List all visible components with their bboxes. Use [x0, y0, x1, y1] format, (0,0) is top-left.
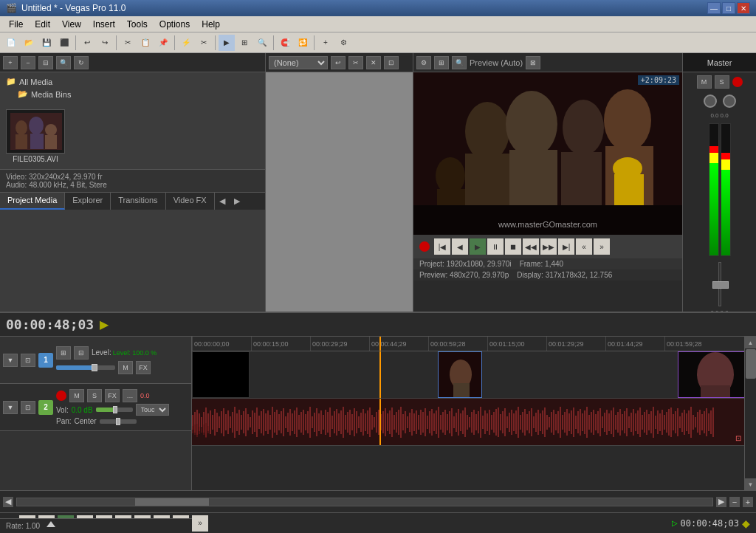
- copy-button[interactable]: 📋: [137, 35, 154, 51]
- menu-tools[interactable]: Tools: [121, 18, 154, 31]
- track-expand[interactable]: ▼: [3, 354, 18, 367]
- media-remove-button[interactable]: −: [21, 56, 35, 69]
- tab-video-fx[interactable]: Video FX: [166, 193, 215, 210]
- zoom-tool[interactable]: 🔍: [254, 35, 270, 51]
- h-scroll-thumb[interactable]: [135, 498, 209, 506]
- touch-select[interactable]: Touch: [136, 404, 169, 416]
- audio-record-btn[interactable]: [56, 391, 66, 401]
- media-thumb-0[interactable]: FILE0305.AVI: [6, 109, 65, 163]
- scroll-thumb[interactable]: [746, 349, 756, 379]
- select-tool[interactable]: ▶: [219, 35, 235, 51]
- video-clip-1[interactable]: [438, 351, 482, 398]
- trim-btn2[interactable]: ✂: [348, 56, 363, 69]
- scroll-left-button[interactable]: ◀: [3, 497, 13, 507]
- video-track-content[interactable]: [192, 351, 744, 399]
- media-refresh-button[interactable]: ↻: [74, 56, 89, 69]
- edit-tool[interactable]: ⊞: [236, 35, 252, 51]
- scroll-track[interactable]: [745, 348, 756, 478]
- menu-edit[interactable]: Edit: [29, 18, 56, 31]
- save-button[interactable]: 💾: [38, 35, 55, 51]
- audio-track-expand[interactable]: ▼: [3, 401, 18, 414]
- vertical-scrollbar[interactable]: ▲ ▼: [744, 337, 756, 490]
- none-select[interactable]: (None): [269, 56, 328, 69]
- audio-fx-btn[interactable]: FX: [105, 389, 120, 402]
- loop-button[interactable]: 🔁: [295, 35, 311, 51]
- mixer-record[interactable]: [732, 77, 743, 87]
- audio-track-content[interactable]: // Generate waveform pattern via inline …: [192, 399, 744, 446]
- track-lock[interactable]: ⊡: [21, 354, 35, 367]
- vol-slider-knob[interactable]: [113, 406, 117, 413]
- tab-scroll-left[interactable]: ◀: [215, 193, 230, 210]
- tab-scroll-right[interactable]: ▶: [230, 193, 244, 210]
- tab-transitions[interactable]: Transitions: [111, 193, 165, 210]
- zoom-out-btn[interactable]: −: [729, 497, 740, 507]
- preview-pause[interactable]: ⏸: [487, 238, 504, 255]
- media-view-button[interactable]: ⊟: [38, 56, 53, 69]
- pan-knob[interactable]: [723, 94, 736, 108]
- preview-play-back[interactable]: ◀: [452, 238, 468, 255]
- maximize-button[interactable]: □: [722, 2, 735, 14]
- trim-btn4[interactable]: ⊡: [384, 56, 399, 69]
- audio-more-btn[interactable]: …: [123, 389, 137, 402]
- track1-fx[interactable]: FX: [136, 361, 151, 374]
- media-search-button[interactable]: 🔍: [56, 56, 71, 69]
- audio-mute-btn[interactable]: M: [69, 389, 84, 402]
- trim-btn1[interactable]: ↩: [331, 56, 346, 69]
- paste-button[interactable]: 📌: [155, 35, 171, 51]
- tab-explorer[interactable]: Explorer: [65, 193, 111, 210]
- preview-settings[interactable]: ⚙: [416, 56, 431, 69]
- split-button[interactable]: ⚡: [178, 35, 194, 51]
- snap-button[interactable]: 🧲: [277, 35, 293, 51]
- menu-view[interactable]: View: [56, 18, 87, 31]
- titlebar-controls[interactable]: — □ ✕: [707, 2, 750, 14]
- scroll-up-button[interactable]: ▲: [745, 337, 757, 348]
- preview-grid[interactable]: ⊠: [526, 56, 540, 69]
- redo-button[interactable]: ↪: [97, 35, 113, 51]
- zoom-in-btn[interactable]: +: [743, 497, 753, 507]
- footer-more[interactable]: »: [192, 515, 208, 532]
- scroll-right-button[interactable]: ▶: [716, 497, 726, 507]
- preview-frame-fwd[interactable]: ▶▶: [540, 238, 557, 255]
- mixer-mute[interactable]: M: [697, 75, 712, 89]
- add-media-button[interactable]: +: [317, 35, 334, 51]
- undo-button[interactable]: ↩: [79, 35, 95, 51]
- properties-button[interactable]: ⚙: [335, 35, 351, 51]
- all-media-item[interactable]: 📁 All Media: [3, 75, 262, 88]
- video-clip-0[interactable]: [192, 351, 250, 398]
- audio-track-lock[interactable]: ⊡: [21, 401, 35, 414]
- menu-options[interactable]: Options: [154, 18, 196, 31]
- track-composite[interactable]: ⊟: [74, 346, 89, 360]
- cut-button[interactable]: ✂: [120, 35, 136, 51]
- preview-stop[interactable]: ⏹: [505, 238, 521, 255]
- trim-button[interactable]: ✂: [196, 35, 212, 51]
- media-bins-item[interactable]: 📂 Media Bins: [3, 88, 262, 100]
- h-scroll-track[interactable]: [16, 498, 713, 506]
- preview-play[interactable]: ▶: [470, 238, 486, 255]
- preview-more1[interactable]: «: [576, 238, 592, 255]
- mixer-solo[interactable]: S: [715, 75, 729, 89]
- level-slider-track[interactable]: [56, 365, 115, 370]
- tab-project-media[interactable]: Project Media: [0, 193, 65, 210]
- new-project-button[interactable]: 📄: [3, 35, 19, 51]
- render-button[interactable]: ⬛: [56, 35, 72, 51]
- vol-slider-track[interactable]: [96, 408, 133, 412]
- trim-btn3[interactable]: ✕: [366, 56, 381, 69]
- close-button[interactable]: ✕: [737, 2, 750, 14]
- menu-file[interactable]: File: [3, 18, 29, 31]
- pan-slider-track[interactable]: [100, 419, 137, 424]
- preview-go-start[interactable]: |◀: [434, 238, 450, 255]
- scroll-down-button[interactable]: ▼: [745, 478, 757, 490]
- preview-zoom[interactable]: 🔍: [452, 56, 467, 69]
- track1-mute[interactable]: M: [118, 361, 133, 374]
- pan-slider-knob[interactable]: [116, 418, 120, 425]
- video-clip-2[interactable]: [678, 351, 744, 398]
- preview-frame-back[interactable]: ◀◀: [523, 238, 539, 255]
- track-motion[interactable]: ⊞: [56, 346, 71, 360]
- menu-help[interactable]: Help: [196, 18, 226, 31]
- preview-go-end[interactable]: ▶|: [558, 238, 574, 255]
- preview-ext[interactable]: ⊞: [434, 56, 449, 69]
- menu-insert[interactable]: Insert: [87, 18, 121, 31]
- record-button[interactable]: [419, 241, 430, 252]
- level-slider-knob[interactable]: [92, 364, 97, 371]
- audio-solo-btn[interactable]: S: [87, 389, 102, 402]
